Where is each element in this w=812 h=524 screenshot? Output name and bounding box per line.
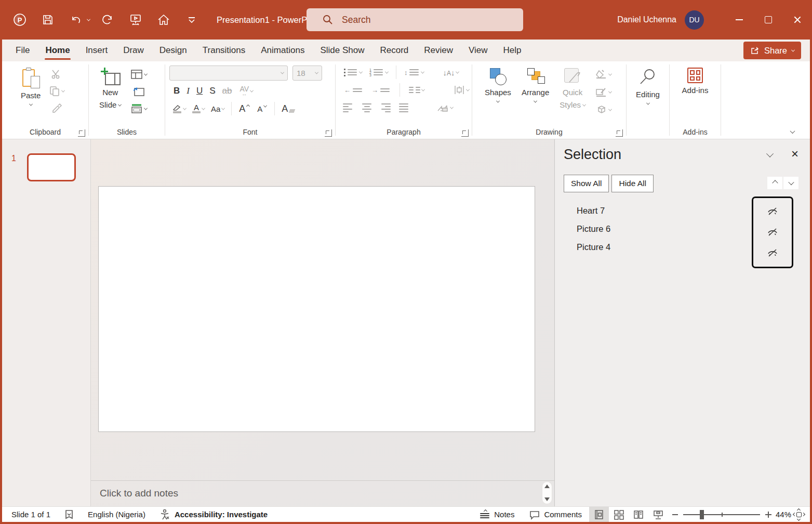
home-icon[interactable] [153,9,174,30]
font-dialog-launcher[interactable] [325,129,332,137]
bold-button[interactable]: B [174,86,180,96]
share-button[interactable]: Share [743,42,801,59]
shapes-button[interactable]: Shapes [481,66,515,116]
clipboard-dialog-launcher[interactable] [78,129,85,137]
slide-layout-button[interactable] [129,68,148,81]
scroll-up-icon[interactable] [544,484,550,488]
text-shadow-button[interactable]: S [209,86,215,96]
show-all-button[interactable]: Show All [564,175,609,192]
hidden-eye-icon[interactable] [766,227,779,238]
undo-chevron-icon[interactable] [87,17,90,21]
paragraph-dialog-launcher[interactable] [461,129,469,137]
copy-button[interactable] [48,84,65,98]
tab-draw[interactable]: Draw [115,40,152,61]
shape-effects-button[interactable] [594,103,613,116]
tab-review[interactable]: Review [416,40,461,61]
selection-pane-collapse-icon[interactable] [766,150,774,158]
fit-slide-to-window-button[interactable] [793,509,805,520]
normal-view-button[interactable] [589,507,609,522]
shape-outline-button[interactable] [594,85,613,99]
font-size-combo[interactable]: 18 [292,66,322,81]
notes-pane[interactable]: Click to add notes [91,480,554,506]
text-direction-button[interactable]: ↓A↓ [442,66,460,79]
change-case-button[interactable]: Aa [210,102,225,115]
align-left-button[interactable] [343,102,353,113]
powerpoint-logo-icon[interactable]: P [9,9,30,30]
decrease-indent-button[interactable]: ← [343,83,364,97]
tab-slide-show[interactable]: Slide Show [312,40,372,61]
slide-sorter-view-button[interactable] [609,507,629,522]
scroll-down-icon[interactable] [544,497,550,501]
strikethrough-button[interactable]: ab [222,86,232,96]
shape-fill-button[interactable] [594,68,613,81]
align-right-button[interactable] [380,102,391,113]
maximize-button[interactable] [754,0,783,40]
tab-view[interactable]: View [461,40,496,61]
line-spacing-button[interactable]: ↕ [403,66,425,79]
font-name-combo[interactable] [169,66,288,81]
zoom-in-button[interactable] [765,512,771,518]
slide-canvas[interactable] [98,186,535,432]
send-backward-button[interactable] [783,177,798,189]
tab-insert[interactable]: Insert [78,40,116,61]
highlight-color-button[interactable] [171,102,187,115]
minimize-button[interactable] [725,0,754,40]
save-icon[interactable] [37,9,58,30]
notes-placeholder[interactable]: Click to add notes [100,488,178,499]
zoom-level[interactable]: 44% [776,510,791,519]
collapse-ribbon-icon[interactable] [790,128,795,134]
reset-slide-button[interactable] [129,85,148,98]
undo-icon[interactable] [65,9,86,30]
redo-icon[interactable] [97,9,118,30]
italic-button[interactable]: I [187,86,190,96]
zoom-out-button[interactable] [672,514,678,515]
new-slide-button[interactable]: New Slide [95,66,125,115]
slide-indicator[interactable]: Slide 1 of 1 [11,510,50,519]
tab-transitions[interactable]: Transitions [195,40,254,61]
format-painter-button[interactable] [48,101,65,114]
bring-forward-button[interactable] [767,177,782,189]
bullets-button[interactable] [343,66,363,79]
quick-styles-button[interactable]: Quick Styles [555,66,590,116]
comments-button[interactable]: Comments [522,507,589,522]
notes-scrollbar[interactable] [542,481,552,504]
slideshow-view-button[interactable] [648,507,668,522]
align-text-button[interactable] [452,83,470,97]
underline-button[interactable]: U [196,86,203,96]
tab-design[interactable]: Design [152,40,195,61]
font-color-button[interactable]: A [191,102,206,115]
search-box[interactable]: Search [307,8,523,31]
selection-pane-close-icon[interactable]: × [791,147,798,161]
spell-check-button[interactable] [64,509,74,520]
numbering-button[interactable]: 123 [368,66,389,79]
zoom-slider[interactable] [683,514,760,515]
user-name[interactable]: Daniel Uchenna [617,15,676,24]
hidden-eye-icon[interactable] [766,206,779,217]
tab-file[interactable]: File [2,40,37,61]
tab-help[interactable]: Help [496,40,529,61]
justify-button[interactable] [399,102,409,113]
tab-animations[interactable]: Animations [253,40,312,61]
section-button[interactable] [129,102,148,115]
decrease-font-size-button[interactable]: A [255,102,269,115]
hide-all-button[interactable]: Hide All [611,175,654,192]
accessibility-checker[interactable]: Accessibility: Investigate [159,509,268,520]
reading-view-button[interactable] [629,507,648,522]
language-indicator[interactable]: English (Nigeria) [88,510,145,519]
arrange-button[interactable]: Arrange [517,66,553,116]
customize-qat-icon[interactable] [181,9,202,30]
tab-home[interactable]: Home [37,40,77,61]
cut-button[interactable] [48,68,65,81]
clear-formatting-button[interactable]: A [281,102,296,115]
increase-indent-button[interactable]: → [370,83,392,97]
smartart-button[interactable] [435,101,454,114]
character-spacing-button[interactable]: AV ↔ [239,84,255,98]
start-presentation-icon[interactable] [125,9,146,30]
zoom-slider-thumb[interactable] [700,510,704,519]
undo-button[interactable] [65,9,90,30]
notes-toggle-button[interactable]: Notes [473,507,522,522]
drawing-dialog-launcher[interactable] [616,129,623,137]
slide-thumbnail[interactable] [27,153,76,181]
editing-button[interactable]: Editing [627,66,669,107]
columns-button[interactable] [408,83,425,97]
